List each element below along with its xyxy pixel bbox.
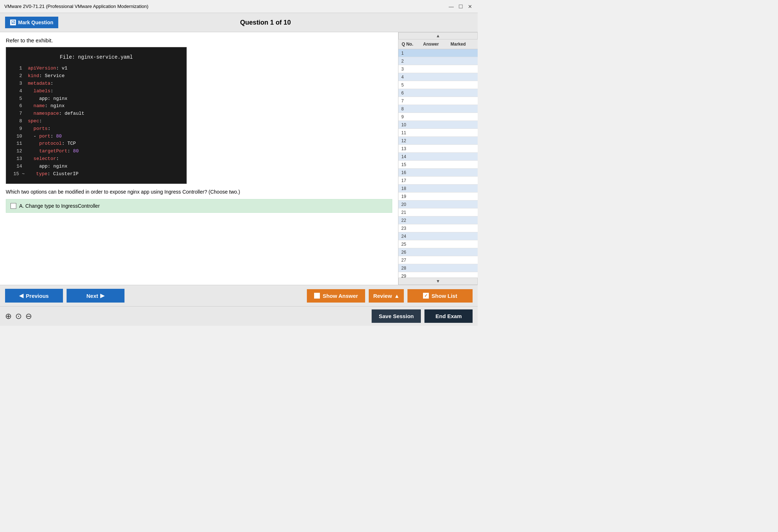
next-label: Next <box>86 293 98 299</box>
code-line-7: 7 namespace: default <box>13 110 179 118</box>
list-row[interactable]: 9 <box>398 113 478 121</box>
code-line-2: 2 kind: Service <box>13 72 179 80</box>
zoom-out-button[interactable]: ⊖ <box>25 312 32 321</box>
list-row[interactable]: 2 <box>398 57 478 65</box>
code-line-8: 8 spec: <box>13 118 179 125</box>
list-row[interactable]: 7 <box>398 97 478 105</box>
header-marked: Marked <box>445 42 471 47</box>
show-answer-button[interactable]: Show Answer <box>307 289 365 303</box>
code-line-6: 6 name: nginx <box>13 102 179 110</box>
question-title: Question 1 of 10 <box>58 19 473 26</box>
question-text: Which two options can be modified in ord… <box>6 189 392 195</box>
previous-icon: ◀ <box>19 292 24 299</box>
end-exam-button[interactable]: End Exam <box>424 309 473 323</box>
list-row[interactable]: 25 <box>398 240 478 248</box>
question-list-scroll[interactable]: 1 2 3 4 5 6 7 8 9 10 11 12 13 14 15 16 1… <box>398 49 478 278</box>
toolbar: ☑ Mark Question Question 1 of 10 <box>0 13 478 32</box>
next-button[interactable]: Next ▶ <box>67 289 124 303</box>
list-row[interactable]: 12 <box>398 137 478 145</box>
scroll-down-arrow[interactable]: ▼ <box>398 278 478 285</box>
list-row[interactable]: 26 <box>398 248 478 256</box>
bottom-bar2: ⊕ ⊙ ⊖ Save Session End Exam <box>0 306 478 326</box>
previous-button[interactable]: ◀ Previous <box>5 289 63 303</box>
show-answer-label: Show Answer <box>323 293 358 299</box>
show-answer-checkbox-icon <box>314 293 320 299</box>
review-button[interactable]: Review ▲ <box>369 289 404 303</box>
code-line-4: 4 labels: <box>13 88 179 95</box>
show-list-checkbox-icon <box>423 293 429 299</box>
list-row[interactable]: 23 <box>398 224 478 232</box>
code-line-3: 3 metadata: <box>13 80 179 88</box>
list-row[interactable]: 14 <box>398 153 478 161</box>
review-label: Review <box>373 293 392 299</box>
list-row[interactable]: 10 <box>398 121 478 129</box>
list-row[interactable]: 24 <box>398 232 478 240</box>
list-row[interactable]: 27 <box>398 256 478 264</box>
code-line-15: 15 ~ type: ClusterIP <box>13 170 179 178</box>
file-header: File: nginx-service.yaml <box>13 53 179 61</box>
answer-label-a: A. Change type to IngressController <box>19 203 100 209</box>
list-header: Q No. Answer Marked <box>398 39 478 49</box>
list-row[interactable]: 11 <box>398 129 478 137</box>
code-exhibit: File: nginx-service.yaml 1 apiVersion: v… <box>6 47 187 184</box>
answer-option-a[interactable]: A. Change type to IngressController <box>6 199 392 213</box>
code-line-14: 14 app: nginx <box>13 163 179 170</box>
list-row[interactable]: 18 <box>398 185 478 193</box>
save-session-button[interactable]: Save Session <box>372 309 421 323</box>
scroll-up-arrow[interactable]: ▲ <box>398 32 478 39</box>
show-list-label: Show List <box>432 293 457 299</box>
zoom-in-button[interactable]: ⊕ <box>5 312 12 321</box>
maximize-button[interactable]: ☐ <box>457 3 464 10</box>
code-line-10: 10 - port: 80 <box>13 133 179 140</box>
header-qno: Q No. <box>398 42 417 47</box>
list-row[interactable]: 17 <box>398 177 478 185</box>
bottom-nav: ◀ Previous Next ▶ Show Answer Review ▲ S… <box>0 285 478 306</box>
mark-question-label: Mark Question <box>18 20 53 25</box>
list-row[interactable]: 16 <box>398 169 478 177</box>
code-line-11: 11 protocol: TCP <box>13 140 179 148</box>
list-row[interactable]: 15 <box>398 161 478 169</box>
refer-text: Refer to the exhibit. <box>6 37 392 43</box>
zoom-reset-button[interactable]: ⊙ <box>15 312 22 321</box>
list-row[interactable]: 20 <box>398 200 478 208</box>
list-row[interactable]: 21 <box>398 208 478 216</box>
header-answer: Answer <box>417 42 445 47</box>
list-row[interactable]: 8 <box>398 105 478 113</box>
content-area: Refer to the exhibit. File: nginx-servic… <box>0 32 478 285</box>
code-line-13: 13 selector: <box>13 155 179 163</box>
list-row[interactable]: 3 <box>398 65 478 73</box>
question-list-panel: ▲ Q No. Answer Marked 1 2 3 4 5 6 7 8 9 … <box>398 32 478 285</box>
list-row[interactable]: 29 <box>398 272 478 278</box>
title-bar: VMware 2V0-71.21 (Professional VMware Ap… <box>0 0 478 13</box>
main-window: ☑ Mark Question Question 1 of 10 Refer t… <box>0 13 478 326</box>
next-icon: ▶ <box>100 292 105 299</box>
title-bar-controls: — ☐ ✕ <box>448 3 473 10</box>
list-row[interactable]: 19 <box>398 193 478 200</box>
title-bar-text: VMware 2V0-71.21 (Professional VMware Ap… <box>4 4 148 9</box>
list-row[interactable]: 22 <box>398 216 478 224</box>
close-button[interactable]: ✕ <box>467 3 473 10</box>
list-row[interactable]: 13 <box>398 145 478 153</box>
review-dropdown-icon: ▲ <box>394 293 399 299</box>
question-panel: Refer to the exhibit. File: nginx-servic… <box>0 32 398 285</box>
show-list-button[interactable]: Show List <box>407 289 473 303</box>
mark-checkbox-icon: ☑ <box>10 20 16 25</box>
list-row[interactable]: 28 <box>398 264 478 272</box>
code-line-1: 1 apiVersion: v1 <box>13 65 179 72</box>
previous-label: Previous <box>26 293 48 299</box>
list-row[interactable]: 1 <box>398 49 478 57</box>
minimize-button[interactable]: — <box>448 3 454 10</box>
code-line-9: 9 ports: <box>13 125 179 133</box>
answer-checkbox-a[interactable] <box>10 203 16 209</box>
list-row[interactable]: 4 <box>398 73 478 81</box>
mark-question-button[interactable]: ☑ Mark Question <box>5 17 58 28</box>
list-row[interactable]: 6 <box>398 89 478 97</box>
list-row[interactable]: 5 <box>398 81 478 89</box>
code-line-5: 5 app: nginx <box>13 95 179 103</box>
code-line-12: 12 targetPort: 80 <box>13 148 179 155</box>
